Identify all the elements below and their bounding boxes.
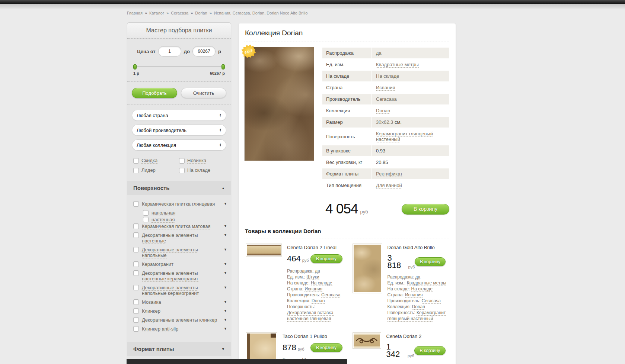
section-surface[interactable]: Поверхность ▲ xyxy=(127,181,231,195)
spec-value-link[interactable]: Dorian xyxy=(376,108,390,114)
filter-subitem-label[interactable]: напольная xyxy=(152,210,175,216)
expand-arrow-icon[interactable]: ▼ xyxy=(224,223,227,228)
checkbox-box[interactable] xyxy=(179,168,185,173)
checkbox-box[interactable] xyxy=(133,247,139,252)
product-thumbnail[interactable] xyxy=(246,244,282,257)
checkbox-Новинка[interactable]: Новинка xyxy=(179,158,225,164)
clear-filter-button[interactable]: Очистить xyxy=(181,88,226,98)
spec-value-link[interactable]: Ректификат xyxy=(376,171,402,177)
detail-value-link[interactable]: Испания xyxy=(405,292,423,298)
expand-arrow-icon[interactable]: ▼ xyxy=(224,317,227,322)
expand-arrow-icon[interactable]: ▼ xyxy=(224,326,227,331)
checkbox-label: Скидка xyxy=(141,158,157,164)
detail-value-link[interactable]: Декоративная вставка настенная глянцевая xyxy=(287,310,334,322)
filter-item-label[interactable]: Клинкер xyxy=(142,308,221,314)
spec-value-link[interactable]: Для ванной xyxy=(376,183,402,189)
filter-item-label[interactable]: Декоративные элементы напольные керамогр… xyxy=(142,285,221,296)
collapse-arrow-icon[interactable]: ▲ xyxy=(221,186,225,190)
price-to-input[interactable] xyxy=(192,46,216,57)
filter-item-label[interactable]: Декоративные элементы настенные керамогр… xyxy=(142,270,221,281)
detail-value-link[interactable]: Штуки xyxy=(306,274,319,280)
add-to-cart-button[interactable]: В корзину xyxy=(414,346,446,355)
checkbox-box[interactable] xyxy=(133,317,139,323)
product-name-link[interactable]: Dorian Gold Alto Brillo xyxy=(388,245,447,250)
filter-subitem-label[interactable]: настенная xyxy=(152,217,175,222)
checkbox-На складе[interactable]: На складе xyxy=(179,168,225,173)
detail-value-link[interactable]: Испания xyxy=(304,286,322,292)
spec-value-link[interactable]: да xyxy=(376,50,382,56)
filter-item-label[interactable]: Мозаика xyxy=(142,299,221,305)
filter-item-label[interactable]: Клинкер anti-slip xyxy=(142,326,221,332)
detail-value-link[interactable]: На складе xyxy=(411,286,433,292)
detail-value-link[interactable]: Квадратные метры xyxy=(407,280,446,286)
checkbox-box[interactable] xyxy=(179,158,185,164)
filter-item-label[interactable]: Декоративные элементы настенные xyxy=(142,232,221,244)
checkbox-Скидка[interactable]: Скидка xyxy=(133,158,179,164)
filter-item-label[interactable]: Керамогранит xyxy=(142,261,221,267)
checkbox-box[interactable] xyxy=(133,270,139,276)
detail-value-link[interactable]: да xyxy=(315,268,320,274)
expand-arrow-icon[interactable]: ▼ xyxy=(224,232,227,237)
breadcrumb-link[interactable]: Ceracasa xyxy=(171,11,188,15)
detail-value-link[interactable]: да xyxy=(415,274,420,280)
spec-value: На складе xyxy=(372,71,449,81)
checkbox-box[interactable] xyxy=(143,217,149,222)
checkbox-box[interactable] xyxy=(133,308,139,314)
select-collection[interactable]: Любая коллекция▲▼ xyxy=(132,139,226,151)
product-thumbnail[interactable] xyxy=(353,332,381,349)
filter-item-label[interactable]: Керамическая плитка матовая xyxy=(142,223,221,229)
spec-value-link[interactable]: Ceracasa xyxy=(376,96,397,102)
submit-filter-button[interactable]: Подобрать xyxy=(132,88,177,98)
checkbox-box[interactable] xyxy=(133,201,139,207)
checkbox-box[interactable] xyxy=(133,326,139,332)
filter-item-label[interactable]: Керамическая плитка глянцевая xyxy=(142,201,221,207)
breadcrumb-link[interactable]: Dorian xyxy=(195,11,207,15)
checkbox-box[interactable] xyxy=(133,285,139,290)
add-to-cart-button[interactable]: В корзину xyxy=(402,204,449,215)
checkbox-box[interactable] xyxy=(133,223,139,229)
price-from-input[interactable] xyxy=(158,46,181,57)
checkbox-Лидер[interactable]: Лидер xyxy=(133,168,179,173)
detail-value-link[interactable]: Dorian xyxy=(412,304,425,310)
checkbox-box[interactable] xyxy=(133,168,139,173)
detail-value-link[interactable]: Dorian xyxy=(312,298,325,304)
select-country[interactable]: Любая страна▲▼ xyxy=(132,110,226,121)
spec-value-link[interactable]: Керамогранит глянцевый настенный xyxy=(376,131,433,142)
slider-handle-max[interactable] xyxy=(221,64,225,70)
collapse-arrow-icon[interactable]: ▼ xyxy=(221,347,225,351)
expand-arrow-icon[interactable]: ▼ xyxy=(224,299,227,304)
expand-arrow-icon[interactable]: ▼ xyxy=(224,201,227,206)
checkbox-box[interactable] xyxy=(143,210,149,216)
breadcrumb-link[interactable]: Главная xyxy=(127,11,143,15)
checkbox-box[interactable] xyxy=(133,158,139,164)
product-image[interactable]: SALE xyxy=(244,47,314,161)
spec-value-link[interactable]: Квадратные метры xyxy=(376,62,419,68)
detail-value-link[interactable]: Ceracasa xyxy=(321,292,340,298)
add-to-cart-button[interactable]: В корзину xyxy=(310,254,342,263)
product-name-link[interactable]: Cenefa Dorian 2 xyxy=(386,334,447,339)
checkbox-box[interactable] xyxy=(133,299,139,305)
add-to-cart-button[interactable]: В корзину xyxy=(415,257,446,266)
spec-value-link[interactable]: На складе xyxy=(376,73,399,79)
spec-value-link[interactable]: Испания xyxy=(376,85,395,91)
add-to-cart-button[interactable]: В корзину xyxy=(310,343,342,352)
product-name-link[interactable]: Cenefa Dorian 2 Lineal xyxy=(287,245,343,250)
filter-item-label[interactable]: Декоративные элементы клинкер xyxy=(142,317,221,323)
expand-arrow-icon[interactable]: ▼ xyxy=(224,285,227,289)
breadcrumb-link[interactable]: Каталог xyxy=(149,11,164,15)
detail-value-link[interactable]: Ceracasa xyxy=(422,298,441,304)
expand-arrow-icon[interactable]: ▼ xyxy=(224,308,227,313)
product-name-link[interactable]: Taco Dorian 1 Pulido xyxy=(283,334,343,339)
expand-arrow-icon[interactable]: ▼ xyxy=(224,261,227,266)
slider-handle-min[interactable] xyxy=(133,64,137,70)
select-manufacturer[interactable]: Любой производитель▲▼ xyxy=(132,125,226,136)
checkbox-box[interactable] xyxy=(133,261,139,267)
section-format[interactable]: Формат плиты ▼ xyxy=(127,342,231,356)
expand-arrow-icon[interactable]: ▼ xyxy=(224,270,227,275)
expand-arrow-icon[interactable]: ▼ xyxy=(224,247,227,251)
filter-item-label[interactable]: Декоративные элементы напольные xyxy=(142,247,221,258)
product-thumbnail[interactable] xyxy=(353,244,382,293)
checkbox-box[interactable] xyxy=(133,232,139,238)
detail-value-link[interactable]: На складе xyxy=(311,280,332,286)
spec-value-link[interactable]: 30x62.3 xyxy=(376,119,393,125)
